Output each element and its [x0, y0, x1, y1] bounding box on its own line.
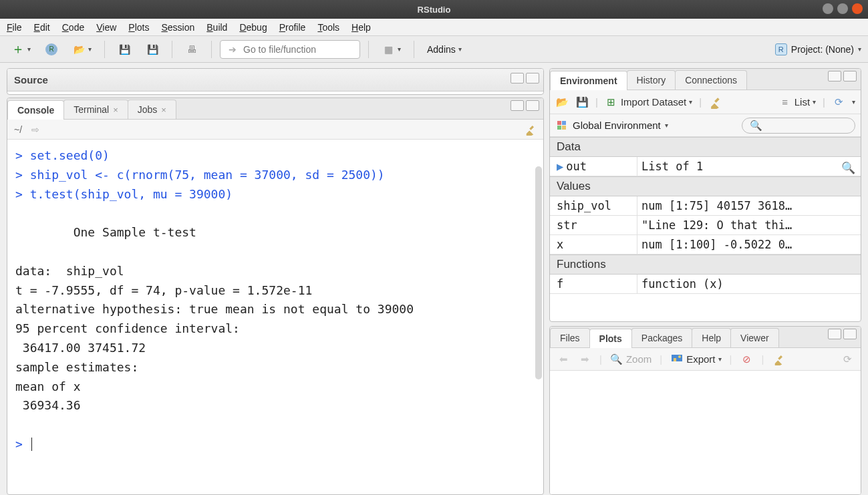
goto-arrow-icon: ➔	[226, 43, 239, 56]
tab-history[interactable]: History	[627, 70, 676, 90]
env-row[interactable]: ship_volnum [1:75] 40157 3618…	[550, 196, 861, 216]
open-file-button[interactable]: 📂 ▾	[67, 40, 96, 59]
goto-wd-icon[interactable]: ⇨	[29, 123, 42, 136]
save-all-button[interactable]: 💾	[141, 40, 164, 59]
console-command-line: > ship_vol <- c(rnorm(75, mean = 37000, …	[15, 168, 385, 182]
chevron-down-icon: ▾	[665, 122, 668, 129]
export-button[interactable]: Export ▾	[670, 353, 721, 366]
main-toolbar: ＋ ▾ R 📂 ▾ 💾 💾 🖶 ➔ Go to file/function ▦ …	[0, 36, 868, 63]
new-file-button[interactable]: ＋ ▾	[7, 40, 35, 59]
pane-restore-button[interactable]	[511, 73, 524, 84]
svg-rect-4	[672, 355, 682, 361]
console-subtoolbar: ~/ ⇨	[7, 120, 543, 140]
env-var-name: ▶out	[550, 157, 637, 176]
new-project-button[interactable]: R	[41, 40, 62, 59]
menu-file[interactable]: File	[7, 22, 22, 33]
chevron-down-icon: ▾	[27, 45, 31, 53]
clear-workspace-icon[interactable]	[708, 96, 722, 109]
plots-toolbar: ⬅ ➡ | 🔍 Zoom | Export ▾ | ⊘ |	[550, 348, 861, 371]
pane-maximize-button[interactable]	[526, 100, 539, 111]
pane-restore-button[interactable]	[511, 100, 524, 111]
menu-tools[interactable]: Tools	[317, 22, 339, 33]
console-output-line: data: ship_vol	[15, 264, 124, 278]
window-title: RStudio	[418, 5, 451, 15]
print-button[interactable]: 🖶	[180, 40, 203, 59]
scrollbar[interactable]	[535, 166, 542, 379]
import-dataset-button[interactable]: ⊞ Import Dataset ▾	[605, 96, 692, 109]
project-menu[interactable]: R Project: (None) ▾	[775, 43, 861, 55]
tab-plots[interactable]: Plots	[589, 329, 632, 348]
env-scope-button[interactable]: Global Environment ▾	[555, 119, 668, 132]
env-row[interactable]: ffunction (x)	[550, 275, 861, 294]
pane-maximize-button[interactable]	[843, 329, 857, 339]
env-row[interactable]: ▶outList of 1🔍	[550, 157, 861, 176]
tab-viewer[interactable]: Viewer	[730, 328, 779, 347]
window-maximize-button[interactable]	[837, 3, 848, 14]
close-icon[interactable]: ×	[113, 105, 118, 115]
source-panel: Source	[7, 68, 544, 95]
menu-code[interactable]: Code	[62, 22, 84, 33]
close-icon[interactable]: ×	[161, 105, 166, 115]
view-mode-button[interactable]: ≡ List ▾	[778, 96, 816, 109]
addins-button[interactable]: Addins ▾	[422, 40, 466, 59]
env-toolbar: 📂 💾 | ⊞ Import Dataset ▾ | ≡ List ▾ |	[550, 90, 861, 114]
console-output-line: 36934.36	[15, 398, 81, 412]
tab-connections[interactable]: Connections	[675, 70, 747, 90]
console-command-line: > set.seed(0)	[15, 148, 110, 162]
window-close-button[interactable]	[852, 3, 863, 14]
list-icon: ≡	[778, 96, 792, 109]
load-workspace-icon[interactable]: 📂	[555, 96, 569, 109]
folder-open-icon: 📂	[72, 43, 86, 56]
next-plot-icon[interactable]: ➡	[578, 353, 591, 366]
env-section-values: Values	[550, 176, 861, 196]
menu-session[interactable]: Session	[161, 22, 194, 33]
zoom-button[interactable]: 🔍 Zoom	[610, 353, 652, 366]
tab-packages[interactable]: Packages	[631, 328, 692, 347]
clear-plots-icon[interactable]	[772, 353, 785, 366]
tab-terminal[interactable]: Terminal×	[63, 100, 128, 119]
console-cwd: ~/	[14, 124, 22, 135]
pane-restore-button[interactable]	[828, 329, 841, 339]
pane-maximize-button[interactable]	[526, 73, 539, 84]
menu-debug[interactable]: Debug	[239, 22, 267, 33]
menu-help[interactable]: Help	[351, 22, 371, 33]
clear-console-icon[interactable]	[523, 123, 537, 136]
grid-view-button[interactable]: ▦ ▾	[377, 40, 406, 59]
menu-profile[interactable]: Profile	[279, 22, 306, 33]
goto-file-input[interactable]: ➔ Go to file/function	[220, 40, 360, 59]
tab-console[interactable]: Console	[7, 100, 64, 120]
menu-build[interactable]: Build	[206, 22, 227, 33]
menu-plots[interactable]: Plots	[128, 22, 149, 33]
save-workspace-icon[interactable]: 💾	[575, 96, 589, 109]
refresh-icon[interactable]: ⟳	[832, 96, 845, 109]
project-label: Project: (None)	[791, 44, 854, 55]
console-output-line: 95 percent confidence interval:	[15, 321, 240, 335]
tab-environment[interactable]: Environment	[550, 71, 627, 90]
env-row[interactable]: xnum [1:100] -0.5022 0…	[550, 235, 861, 255]
env-row[interactable]: str"Line 129: O that thi…	[550, 216, 861, 235]
menu-edit[interactable]: Edit	[34, 22, 50, 33]
pane-restore-button[interactable]	[828, 71, 841, 81]
window-minimize-button[interactable]	[823, 3, 833, 14]
env-var-name: f	[550, 275, 637, 293]
inspect-icon[interactable]: 🔍	[841, 161, 855, 174]
expand-icon[interactable]: ▶	[557, 160, 563, 173]
prev-plot-icon[interactable]: ⬅	[557, 353, 570, 366]
save-button[interactable]: 💾	[113, 40, 136, 59]
pane-maximize-button[interactable]	[843, 71, 857, 81]
tab-jobs[interactable]: Jobs×	[128, 100, 176, 119]
console-panel: ConsoleTerminal×Jobs× ~/ ⇨ > set.seed(0)…	[7, 98, 544, 495]
remove-plot-icon[interactable]: ⊘	[740, 353, 753, 366]
menu-view[interactable]: View	[96, 22, 116, 33]
console-command-line: >	[15, 437, 30, 451]
console-output[interactable]: > set.seed(0) > ship_vol <- c(rnorm(75, …	[7, 140, 543, 494]
refresh-plots-icon[interactable]: ⟳	[841, 353, 854, 366]
env-search-input[interactable]: 🔍	[742, 118, 855, 134]
tab-help[interactable]: Help	[692, 328, 731, 347]
import-icon: ⊞	[605, 96, 618, 109]
export-icon	[670, 353, 684, 366]
globe-icon	[555, 119, 569, 132]
print-icon: 🖶	[185, 43, 198, 56]
tab-files[interactable]: Files	[550, 328, 590, 347]
search-icon: 🔍	[749, 119, 762, 132]
